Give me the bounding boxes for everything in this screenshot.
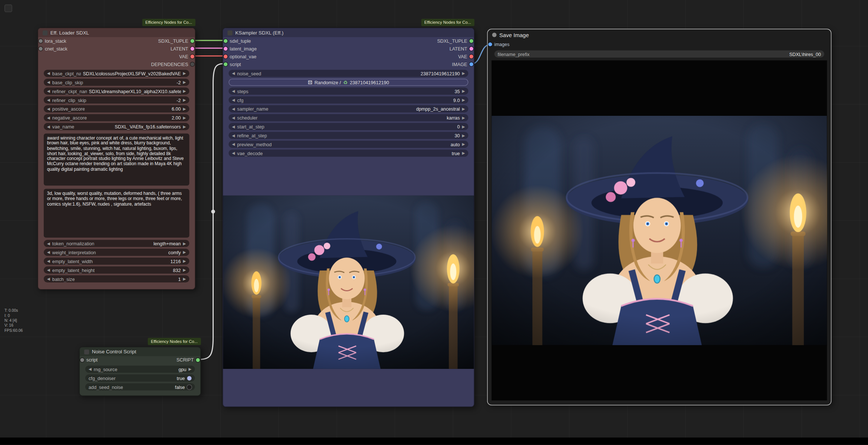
arrow-left-icon[interactable]	[232, 107, 235, 111]
positive-prompt-textarea[interactable]: award winning character concept art of, …	[44, 134, 189, 186]
output-port-sdxl-tuple[interactable]	[469, 39, 473, 43]
node-save-image[interactable]: Save Image images filename_prefix SDXL\h…	[487, 29, 831, 406]
widget-empty-latent-width[interactable]: empty_latent_width 1216	[44, 258, 189, 265]
arrow-left-icon[interactable]	[47, 259, 50, 263]
widget-noise-seed[interactable]: noise_seed 238710419612190	[228, 70, 468, 77]
toggle-on-icon[interactable]	[187, 376, 191, 380]
arrow-left-icon[interactable]	[232, 89, 235, 93]
arrow-right-icon[interactable]	[183, 98, 186, 102]
randomize-seed-button[interactable]: Randomize / 238710419612190	[228, 79, 468, 86]
arrow-right-icon[interactable]	[183, 268, 186, 272]
node-noise-control-script[interactable]: Noise Control Script script SCRIPT rng_s…	[79, 347, 201, 396]
widget-sampler-name[interactable]: sampler_name dpmpp_2s_ancestral	[228, 105, 468, 112]
arrow-left-icon[interactable]	[232, 72, 235, 75]
output-port-image[interactable]	[469, 62, 473, 66]
arrow-left-icon[interactable]	[47, 125, 50, 128]
arrow-left-icon[interactable]	[47, 80, 50, 84]
input-port-lora-stack[interactable]	[39, 39, 42, 43]
widget-cfg-denoiser[interactable]: cfg_denoiser true	[85, 374, 195, 382]
widget-scheduler[interactable]: scheduler karras	[228, 114, 468, 121]
arrow-left-icon[interactable]	[47, 242, 50, 245]
arrow-left-icon[interactable]	[47, 251, 50, 254]
widget-vae-decode[interactable]: vae_decode true	[228, 150, 468, 157]
widget-filename-prefix[interactable]: filename_prefix SDXL\hires_00	[494, 50, 824, 58]
widget-refiner-clip-skip[interactable]: refiner_clip_skip -2	[44, 96, 189, 104]
arrow-right-icon[interactable]	[462, 134, 465, 137]
arrow-left-icon[interactable]	[232, 116, 235, 120]
arrow-right-icon[interactable]	[462, 98, 465, 102]
arrow-right-icon[interactable]	[462, 143, 465, 146]
arrow-left-icon[interactable]	[47, 277, 50, 281]
arrow-right-icon[interactable]	[462, 151, 465, 155]
menu-toggle-button[interactable]	[4, 4, 12, 12]
arrow-right-icon[interactable]	[183, 116, 186, 120]
widget-cfg[interactable]: cfg 9.0	[228, 96, 468, 104]
output-port-sdxl-tuple[interactable]	[190, 39, 194, 43]
arrow-right-icon[interactable]	[462, 89, 465, 93]
arrow-left-icon[interactable]	[232, 143, 235, 146]
output-port-script[interactable]	[196, 358, 200, 362]
node-graph-canvas[interactable]: Efficiency Nodes for Co... Efficiency No…	[0, 0, 868, 445]
widget-empty-latent-height[interactable]: empty_latent_height 832	[44, 266, 189, 274]
widget-base-clip-skip[interactable]: base_clip_skip -2	[44, 79, 189, 86]
output-port-vae[interactable]	[469, 55, 473, 58]
arrow-right-icon[interactable]	[188, 367, 191, 371]
output-port-dependencies[interactable]	[190, 62, 194, 66]
arrow-right-icon[interactable]	[462, 107, 465, 111]
widget-batch-size[interactable]: batch_size 1	[44, 275, 189, 282]
negative-prompt-textarea[interactable]: 3d, low quality, worst quality, mutation…	[44, 189, 189, 238]
arrow-right-icon[interactable]	[462, 72, 465, 75]
output-port-latent[interactable]	[469, 47, 473, 50]
arrow-right-icon[interactable]	[183, 107, 186, 111]
arrow-left-icon[interactable]	[47, 107, 50, 111]
arrow-left-icon[interactable]	[232, 151, 235, 155]
arrow-right-icon[interactable]	[183, 125, 186, 128]
widget-refiner-ckpt-name[interactable]: refiner_ckpt_name SDXL\dreamshaperXL10_a…	[44, 88, 189, 95]
node-header[interactable]: Noise Control Script	[80, 347, 200, 356]
input-port-images[interactable]	[488, 42, 492, 46]
arrow-right-icon[interactable]	[183, 259, 186, 263]
arrow-left-icon[interactable]	[47, 89, 50, 93]
arrow-right-icon[interactable]	[183, 72, 186, 75]
widget-steps[interactable]: steps 35	[228, 88, 468, 95]
input-port-script[interactable]	[80, 358, 84, 362]
arrow-right-icon[interactable]	[183, 277, 186, 281]
arrow-left-icon[interactable]	[89, 367, 92, 371]
node-eff-loader-sdxl[interactable]: Eff. Loader SDXL lora_stack SDXL_TUPLE c…	[37, 28, 195, 290]
output-port-vae[interactable]	[190, 55, 194, 58]
node-header[interactable]: Save Image	[488, 29, 831, 40]
collapse-icon[interactable]	[84, 349, 89, 354]
toggle-off-icon[interactable]	[187, 385, 191, 389]
widget-vae-name[interactable]: vae_name SDXL_VAEfix_fp16.safetensors	[44, 123, 189, 130]
arrow-left-icon[interactable]	[47, 268, 50, 272]
arrow-right-icon[interactable]	[183, 89, 186, 93]
widget-start-at-step[interactable]: start_at_step 0	[228, 123, 468, 130]
widget-negative-ascore[interactable]: negative_ascore 2.00	[44, 114, 189, 121]
arrow-left-icon[interactable]	[232, 125, 235, 128]
input-port-cnet-stack[interactable]	[39, 47, 42, 50]
arrow-left-icon[interactable]	[232, 98, 235, 102]
collapse-icon[interactable]	[43, 30, 47, 35]
arrow-left-icon[interactable]	[232, 134, 235, 137]
node-header[interactable]: Eff. Loader SDXL	[38, 28, 195, 37]
widget-base-ckpt-name[interactable]: base_ckpt_name SDXL\colossusProjectXLSFW…	[44, 70, 189, 77]
arrow-right-icon[interactable]	[183, 80, 186, 84]
input-port-latent-image[interactable]	[224, 47, 227, 50]
collapse-icon[interactable]	[227, 30, 232, 35]
arrow-left-icon[interactable]	[47, 116, 50, 120]
arrow-right-icon[interactable]	[183, 242, 186, 245]
input-port-optional-vae[interactable]	[224, 55, 227, 58]
widget-refine-at-step[interactable]: refine_at_step 30	[228, 132, 468, 139]
widget-token-normalization[interactable]: token_normalization length+mean	[44, 240, 189, 247]
arrow-left-icon[interactable]	[47, 98, 50, 102]
input-port-sdxl-tuple[interactable]	[224, 39, 227, 43]
node-header[interactable]: KSampler SDXL (Eff.)	[223, 28, 474, 37]
widget-weight-interpretation[interactable]: weight_interpretation comfy	[44, 249, 189, 256]
output-port-latent[interactable]	[190, 47, 194, 50]
widget-rng-source[interactable]: rng_source gpu	[85, 366, 195, 373]
arrow-right-icon[interactable]	[462, 116, 465, 120]
input-port-script[interactable]	[224, 62, 227, 66]
widget-add-seed-noise[interactable]: add_seed_noise false	[85, 383, 195, 390]
node-ksampler-sdxl[interactable]: KSampler SDXL (Eff.) sdxl_tuple SDXL_TUP…	[223, 28, 474, 407]
widget-preview-method[interactable]: preview_method auto	[228, 141, 468, 148]
